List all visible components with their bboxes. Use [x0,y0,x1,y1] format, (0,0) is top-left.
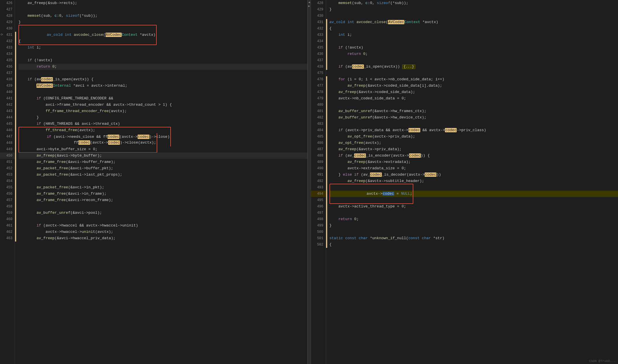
r-line-num-438: 438 [311,64,326,70]
r-line-num-493: 493 [311,184,326,191]
code-line-460 [18,216,307,222]
code-line-435: if (!avctx) [18,57,307,64]
line-num-448: 448 [0,140,15,146]
code-line-445: if (HAVE_THREADS && avci->thread_ctx) [18,121,307,127]
r-line-num-428: 428 [311,0,326,6]
r-code-line-501: static const char *unknown_if_null(const… [330,235,618,242]
line-num-461: 461 [0,222,15,229]
r-code-line-431: av_cold int avcodec_close(AVCodecContext… [330,19,618,25]
r-code-line-488: if (av_codec_is_encoder(avctx->codec)) { [330,153,618,159]
r-line-num-501: 501 [311,235,326,242]
r-code-line-491: } else if (av_codec_is_decoder(avctx->co… [330,172,618,178]
r-line-num-488: 488 [311,153,326,159]
code-line-444: } [18,114,307,121]
r-line-num-489: 489 [311,159,326,165]
r-line-num-430: 430 [311,13,326,19]
r-code-line-497 [330,210,618,216]
line-num-439: 439 [0,83,15,89]
r-code-line-477: av_freep(&avctx->coded_side_data[i].data… [330,83,618,89]
r-line-num-483: 483 [311,121,326,127]
r-code-line-482: av_buffer_unref(&avctx->hw_device_ctx); [330,114,618,121]
divider-arrow-left: ◀ [308,1,310,4]
r-code-line-475 [330,70,618,76]
r-code-line-483 [330,121,618,127]
r-code-line-428: memset(sub, c:0, sizeof(*sub)); [330,0,618,6]
line-num-456: 456 [0,191,15,197]
code-line-452: av_packet_free(&avci->buffer_pkt); [18,165,307,172]
r-line-num-487: 487 [311,146,326,153]
line-num-442: 442 [0,102,15,108]
r-line-num-435: 435 [311,44,326,51]
r-code-line-486: av_opt_free(avctx); [330,140,618,146]
line-num-441: 441 [0,95,15,102]
r-line-num-496: 496 [311,203,326,210]
line-num-433: 433 [0,44,15,51]
r-code-line-494: avctx->codec = NULL; [330,191,618,197]
code-line-439: AVCodecInternal *avci = avctx->internal; [18,83,307,89]
collapsed-block-438[interactable]: {...} [402,64,415,69]
r-line-num-482: 482 [311,114,326,121]
code-line-437 [18,70,307,76]
code-line-442: avci->frame_thread_encoder && avctx->thr… [18,102,307,108]
line-num-452: 452 [0,165,15,172]
line-num-431: ⟳431 [0,32,15,38]
r-code-line-434 [330,38,618,44]
line-num-430: 430 [0,25,15,32]
line-num-460: 460 [0,216,15,222]
r-line-num-485: 485 [311,133,326,140]
line-num-429: 429 [0,19,15,25]
right-pane: 428 429 430 431 432 433 434 435 436 437 … [311,0,618,364]
r-code-line-499: } [330,222,618,229]
r-line-num-495: 495 [311,197,326,203]
line-num-428: 428 [0,13,15,19]
code-line-426: av_freep(&sub->rects); [18,0,307,6]
code-line-450: av_freep(&avci->byte_buffer); [18,153,307,159]
r-code-line-430 [330,13,618,19]
right-line-numbers: 428 429 430 431 432 433 434 435 436 437 … [311,0,326,364]
line-num-449: 449 [0,146,15,153]
r-code-line-436: return 0; [330,51,618,57]
pane-divider: ◀ ▶ [308,0,311,364]
code-line-441: if (CONFIG_FRAME_THREAD_ENCODER && [18,95,307,102]
code-line-456: av_frame_free(&avci->in_frame); [18,191,307,197]
line-num-438: 438 [0,76,15,83]
code-line-454 [18,178,307,184]
r-line-num-499: 499 [311,222,326,229]
line-num-446: 446 [0,127,15,133]
r-code-line-481: av_buffer_unref(&avctx->hw_frames_ctx); [330,108,618,114]
code-line-462: avctx->hwaccel->uninit(avctx); [18,229,307,235]
code-line-431: av_cold int avcodec_close(AVCodecContext… [18,32,307,38]
watermark: CSDN @TrueD... [589,359,616,363]
r-line-num-492: 492 [311,178,326,184]
fold-icon-431[interactable]: ⟳ [1,32,3,38]
r-code-line-500 [330,229,618,235]
code-line-461: if (avctx->hwaccel && avctx->hwaccel->un… [18,222,307,229]
r-line-num-434: 434 [311,38,326,44]
line-num-453: 453 [0,172,15,178]
r-line-num-478: 478 [311,89,326,95]
line-num-432: 432 [0,38,15,44]
code-line-434 [18,51,307,57]
code-line-458 [18,203,307,210]
r-code-line-484: if (avctx->priv_data && avctx->codec && … [330,127,618,133]
code-line-459: av_buffer_unref(&avci->pool); [18,210,307,216]
r-code-line-496: avctx->active_thread_type = 0; [330,203,618,210]
code-line-433: int i; [18,44,307,51]
r-code-line-480 [330,102,618,108]
code-line-432: { [18,38,307,44]
r-code-line-492: av_freep(&avctx->subtitle_header); [330,178,618,184]
r-code-line-478: av_freep(&avctx->coded_side_data); [330,89,618,95]
r-line-num-475: 475 [311,70,326,76]
line-num-440: 440 [0,89,15,95]
r-line-num-429: 429 [311,6,326,13]
r-code-line-490: avctx->extradata_size = 0; [330,165,618,172]
line-num-450: 450 [0,153,15,159]
code-line-449: avci->byte_buffer_size = 0; [18,146,307,153]
line-num-443: 443 [0,108,15,114]
left-code-view: 426 427 428 429 430 ⟳431 432 433 434 435… [0,0,307,364]
r-code-line-435: if (!avctx) [330,44,618,51]
r-line-num-476: 476 [311,76,326,83]
line-num-434: 434 [0,51,15,57]
r-line-num-481: 481 [311,108,326,114]
r-line-num-494: 494 [311,191,326,197]
